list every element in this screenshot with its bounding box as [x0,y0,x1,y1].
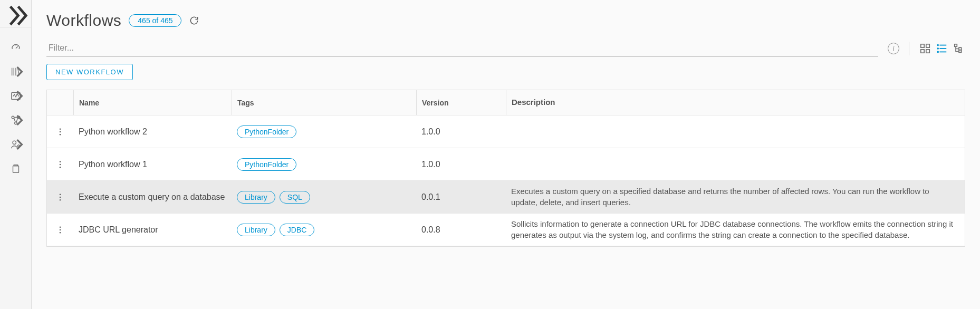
filter-input[interactable] [46,40,878,56]
row-version: 0.0.8 [421,225,501,235]
chevron-right-icon [14,90,25,102]
chevron-right-icon [14,114,25,126]
expand-icon [0,0,31,31]
sidebar-item-library[interactable] [5,61,26,82]
tree-icon [953,43,965,54]
row-menu-button[interactable] [55,127,65,137]
svg-point-23 [60,161,61,162]
sidebar-item-dashboard[interactable] [5,37,26,58]
row-version: 1.0.0 [421,160,501,169]
row-menu-button[interactable] [55,192,65,202]
sidebar-item-inventory[interactable] [5,158,26,179]
info-button[interactable]: i [888,43,899,54]
gauge-icon [10,42,22,53]
row-version: 0.0.1 [421,192,501,202]
view-tree-button[interactable] [953,42,965,55]
vertical-dots-icon [55,127,65,137]
tag-pill[interactable]: JDBC [280,224,315,236]
svg-point-22 [60,134,61,135]
workflows-table: Name Tags Version Description Python wor… [46,90,965,247]
table-row[interactable]: Python workflow 1PythonFolder1.0.0 [47,148,965,181]
svg-rect-19 [959,50,962,52]
vertical-dots-icon [55,192,65,202]
svg-rect-7 [921,44,924,47]
svg-point-29 [60,226,61,227]
grid-icon [919,43,931,54]
view-toggles [919,42,965,55]
svg-rect-17 [955,44,957,46]
svg-point-20 [60,128,61,129]
count-badge: 465 of 465 [129,14,181,27]
tag-pill[interactable]: Library [237,191,275,204]
svg-point-14 [937,44,938,45]
page-header: Workflows 465 of 465 [46,12,965,30]
row-name: Python workflow 1 [79,160,226,169]
row-name: Execute a custom query on a database [79,192,226,202]
svg-point-15 [937,48,938,49]
row-name: Python workflow 2 [79,127,226,137]
tag-pill[interactable]: Library [237,224,275,236]
column-header-tags[interactable]: Tags [232,90,416,115]
vertical-dots-icon [55,160,65,169]
table-row[interactable]: Python workflow 2PythonFolder1.0.0 [47,115,965,148]
view-list-button[interactable] [936,42,948,55]
svg-point-24 [60,163,61,165]
table-body: Python workflow 2PythonFolder1.0.0Python… [47,115,965,246]
view-card-button[interactable] [919,42,931,55]
refresh-button[interactable] [189,15,199,26]
column-header-actions [47,90,73,115]
separator [909,42,909,55]
chevron-right-icon [14,66,25,78]
svg-point-28 [60,199,61,200]
row-description: Sollicits information to generate a conn… [506,219,965,240]
sidebar-expand[interactable] [0,4,31,27]
row-menu-button[interactable] [55,225,65,235]
new-workflow-button[interactable]: NEW WORKFLOW [46,64,133,80]
svg-point-16 [937,51,938,52]
row-tags: PythonFolder [232,125,416,138]
jar-icon [10,163,22,175]
filter-row: i [46,40,965,56]
column-header-name[interactable]: Name [73,90,232,115]
page-title: Workflows [46,12,121,30]
svg-point-31 [60,232,61,233]
svg-point-21 [60,131,61,132]
vertical-dots-icon [55,225,65,235]
row-tags: PythonFolder [232,158,416,171]
table-row[interactable]: JDBC URL generatorLibraryJDBC0.0.8Sollic… [47,214,965,246]
row-description: Executes a custom query on a specified d… [506,186,965,208]
sidebar-item-assets[interactable] [5,110,26,131]
sidebar-item-activity[interactable] [5,85,26,107]
row-tags: LibrarySQL [232,191,416,204]
table-header: Name Tags Version Description [47,90,965,115]
refresh-icon [189,15,199,26]
svg-point-26 [60,194,61,195]
svg-point-30 [60,229,61,230]
svg-point-25 [60,167,61,168]
row-name: JDBC URL generator [79,225,226,235]
row-menu-button[interactable] [55,160,65,169]
row-version: 1.0.0 [421,127,501,137]
column-header-version[interactable]: Version [416,90,506,115]
chevron-right-icon [14,139,25,150]
tag-pill[interactable]: PythonFolder [237,125,296,138]
sidebar [0,0,32,309]
info-icon: i [892,44,895,53]
svg-rect-10 [926,49,929,52]
row-tags: LibraryJDBC [232,224,416,236]
svg-rect-6 [13,166,18,173]
svg-rect-9 [921,49,924,52]
table-row[interactable]: Execute a custom query on a databaseLibr… [47,181,965,214]
column-header-description[interactable]: Description [506,90,965,115]
svg-point-27 [60,196,61,197]
tag-pill[interactable]: SQL [280,191,310,204]
main-content: Workflows 465 of 465 i NEW WORKFLOW Name… [32,0,980,309]
sidebar-item-admin[interactable] [5,134,26,155]
tag-pill[interactable]: PythonFolder [237,158,296,171]
list-icon [936,43,948,54]
svg-rect-8 [926,44,929,47]
